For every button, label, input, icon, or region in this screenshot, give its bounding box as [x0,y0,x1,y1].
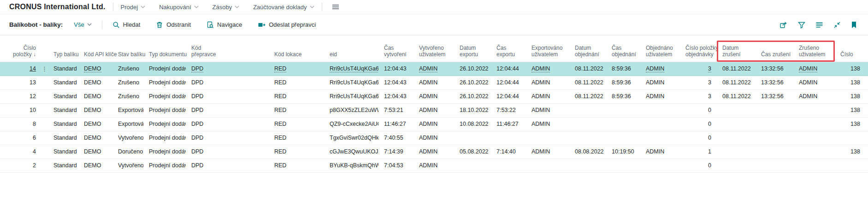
cell-ordered_by[interactable] [640,103,680,117]
cell-row_menu[interactable] [41,159,48,172]
cell-document_type[interactable]: Prodejní dodávka [143,159,186,172]
col-header-eid[interactable]: eid [324,35,378,62]
cell-location[interactable]: RED [269,145,324,159]
menu-item-2[interactable]: Zásoby [213,4,240,11]
cell-status[interactable]: Doručeno [112,145,143,159]
cell-value[interactable]: Rri9cUsT4UqKGa64M... [330,65,378,72]
col-header-location[interactable]: Kód lokace [269,35,324,62]
cell-entry_no[interactable]: 8 [0,117,41,131]
cell-cancel_time[interactable]: 13:32:56 [756,89,793,103]
cell-order_date[interactable] [569,131,606,145]
cell-api_key[interactable]: DEMO [78,145,112,159]
col-header-order_time[interactable]: Časobjednání [606,35,640,62]
cell-value[interactable]: DEMO [84,65,101,72]
cell-status[interactable]: Zrušeno [112,89,143,103]
cell-status[interactable]: Vytvořeno [112,159,143,172]
cell-created_time[interactable]: 12:04:43 [378,89,413,103]
cell-order_line_no[interactable]: 1 [680,145,717,159]
col-header-created_time[interactable]: Časvytvoření [378,35,413,62]
cell-cancel_date[interactable]: 08.11.2022 [717,62,756,76]
cell-cancel_time[interactable] [756,159,793,172]
cell-doc_no[interactable] [835,131,868,145]
cell-order_line_no[interactable]: 3 [680,89,717,103]
cell-order_line_no[interactable]: 3 [680,76,717,89]
cell-cancelled_by[interactable] [793,159,835,172]
cell-export_date[interactable]: 26.10.2022 [454,76,491,89]
cell-order_date[interactable] [569,117,606,131]
col-header-order_date[interactable]: Datumobjednání [569,35,606,62]
table-row[interactable]: 14⋮StandardDEMOZrušenoProdejní dodávkaDP… [0,62,868,76]
cell-row_menu[interactable] [41,103,48,117]
cell-created_by[interactable]: ADMIN [413,76,454,89]
cell-cancel_date[interactable] [717,103,756,117]
menu-item-1[interactable]: Nakupování [159,4,198,11]
cell-cancel_date[interactable]: 08.11.2022 [717,89,756,103]
cell-package_type[interactable]: Standard [48,131,78,145]
cell-order_time[interactable]: 8:59:36 [606,89,640,103]
cell-carrier[interactable]: DPD [186,103,269,117]
cell-doc_no[interactable] [835,159,868,172]
cell-export_time[interactable]: 11:46:27 [491,117,526,131]
cell-order_date[interactable] [569,103,606,117]
cell-created_time[interactable]: 12:04:43 [378,62,413,76]
cell-document_type[interactable]: Prodejní dodávka [143,145,186,159]
cell-ordered_by[interactable]: ADMIN [640,76,680,89]
cell-api_key[interactable]: DEMO [78,159,112,172]
cell-export_time[interactable] [491,159,526,172]
cell-value[interactable]: 3 [708,65,711,72]
cell-entry_no[interactable]: 13 [0,76,41,89]
cell-exported_by[interactable]: ADMIN [526,89,569,103]
cell-cancelled_by[interactable] [793,103,835,117]
cell-export_time[interactable]: 12:04:44 [491,62,526,76]
cell-order_time[interactable] [606,131,640,145]
cell-order_time[interactable]: 8:59:36 [606,76,640,89]
cell-export_date[interactable] [454,159,491,172]
cell-carrier[interactable]: DPD [186,62,269,76]
cell-export_time[interactable]: 7:53:22 [491,103,526,117]
cell-eid[interactable]: QZ9-cCxecke2AiUC4T... [324,117,378,131]
cell-order_line_no[interactable]: 0 [680,117,717,131]
cell-document_type[interactable]: Prodejní dodávka [143,131,186,145]
col-header-cancelled_by[interactable]: Zrušenouživatelem [793,35,835,62]
cell-api_key[interactable]: DEMO [78,117,112,131]
cell-exported_by[interactable]: ADMIN [526,62,569,76]
cell-doc_no[interactable]: 138 [835,117,868,131]
cell-entry_no[interactable]: 4 [0,145,41,159]
cell-eid[interactable]: BYuKB-qBskmQhW4S... [324,159,378,172]
cell-exported_by[interactable] [526,159,569,172]
cell-entry_no[interactable]: 2 [0,159,41,172]
cell-doc_no[interactable]: 138 [835,76,868,89]
cell-export_date[interactable]: 26.10.2022 [454,89,491,103]
cell-cancel_time[interactable] [756,117,793,131]
row-options-button[interactable]: ⋮ [41,65,48,72]
cell-export_date[interactable] [454,131,491,145]
cell-document_type[interactable]: Prodejní dodávka [143,62,186,76]
cell-entry_no[interactable]: 6 [0,131,41,145]
cell-carrier[interactable]: DPD [186,131,269,145]
table-row[interactable]: 8StandardDEMOExportovánoProdejní dodávka… [0,117,868,131]
col-header-carrier[interactable]: Kódpřepravce [186,35,269,62]
cell-created_time[interactable]: 7:40:55 [378,131,413,145]
cell-created_by[interactable]: ADMIN [413,62,454,76]
cell-location[interactable]: RED [269,76,324,89]
cell-created_by[interactable]: ADMIN [413,131,454,145]
cell-status[interactable]: Exportováno [112,117,143,131]
table-row[interactable]: 12StandardDEMOZrušenoProdejní dodávkaDPD… [0,89,868,103]
cell-cancel_time[interactable] [756,131,793,145]
col-header-created_by[interactable]: Vytvořenouživatelem [413,35,454,62]
cell-api_key[interactable]: DEMO [78,131,112,145]
col-header-ordered_by[interactable]: Objednánouživatelem [640,35,680,62]
cell-cancel_time[interactable] [756,145,793,159]
cell-order_time[interactable] [606,117,640,131]
cell-order_date[interactable] [569,159,606,172]
cell-package_type[interactable]: Standard [48,117,78,131]
table-row[interactable]: 10StandardDEMOExportovánoProdejní dodávk… [0,103,868,117]
col-header-cancel_time[interactable]: Čas zrušení [756,35,793,62]
cell-order_line_no[interactable]: 0 [680,131,717,145]
cell-row_menu[interactable] [41,89,48,103]
cell-eid[interactable]: TgxGviSwr02dQHkujxr... [324,131,378,145]
cell-entry_no[interactable]: 14 [0,62,41,76]
cell-doc_no[interactable]: 138 [835,145,868,159]
view-filter-dropdown[interactable]: Vše [74,21,91,28]
cell-package_type[interactable]: Standard [48,89,78,103]
